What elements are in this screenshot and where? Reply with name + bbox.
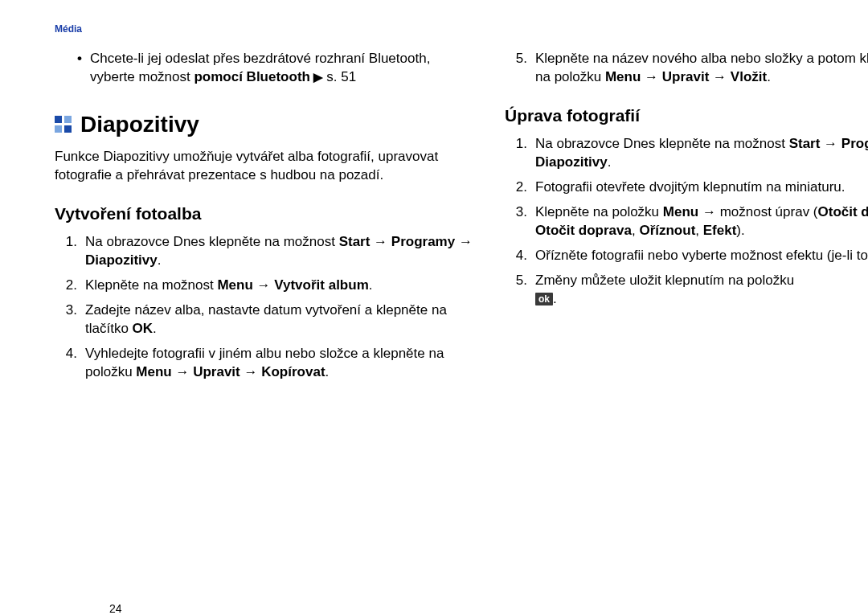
list-number: 3.: [61, 301, 85, 338]
content-columns: • Chcete-li jej odeslat přes bezdrátové …: [55, 50, 868, 387]
sub-heading-uprava: Úprava fotografií: [505, 105, 868, 127]
bullet-bold: pomocí Bluetooth: [194, 69, 309, 84]
bullet-dot: •: [77, 50, 90, 87]
section-description: Funkce Diapozitivy umožňuje vytvářet alb…: [55, 148, 473, 185]
page-number: 24: [109, 601, 122, 615]
svg-rect-1: [64, 116, 72, 123]
list-item: 4. Vyhledejte fotografii v jiném albu ne…: [61, 345, 473, 382]
list-body: Klepněte na název nového alba nebo složk…: [535, 50, 868, 87]
list-number: 3.: [511, 203, 535, 240]
svg-rect-2: [55, 125, 62, 133]
list-body: Ořízněte fotografii nebo vyberte možnost…: [535, 247, 868, 265]
svg-rect-3: [64, 125, 72, 133]
right-column: 5. Klepněte na název nového alba nebo sl…: [505, 50, 868, 387]
bullet-tail: s. 51: [326, 69, 356, 84]
list-item: 3. Zadejte název alba, nastavte datum vy…: [61, 301, 473, 338]
header-section-label: Média: [55, 23, 868, 35]
bluetooth-bullet: • Chcete-li jej odeslat přes bezdrátové …: [77, 50, 473, 87]
bullet-triangle: ▶: [310, 70, 326, 84]
list-item: 1. Na obrazovce Dnes klepněte na možnost…: [511, 135, 868, 172]
svg-rect-0: [55, 116, 62, 123]
list-body: Změny můžete uložit klepnutím na položku…: [535, 272, 868, 309]
list-number: 4.: [511, 247, 535, 265]
list-item: 5. Klepněte na název nového alba nebo sl…: [511, 50, 868, 87]
list-number: 2.: [61, 277, 85, 295]
list-body: Fotografii otevřete dvojitým klepnutím n…: [535, 178, 868, 197]
ok-icon: ok: [535, 293, 553, 305]
list-body: Vyhledejte fotografii v jiném albu nebo …: [85, 345, 473, 382]
list-number: 2.: [511, 178, 535, 197]
section-heading-diapozitivy: Diapozitivy: [55, 109, 473, 140]
heading-text: Diapozitivy: [80, 109, 199, 140]
list-number: 4.: [61, 345, 85, 382]
list-item: 2. Fotografii otevřete dvojitým klepnutí…: [511, 178, 868, 197]
list-body: Zadejte název alba, nastavte datum vytvo…: [85, 301, 473, 338]
list-item: 3. Klepněte na položku Menu → možnost úp…: [511, 203, 868, 240]
list-number: 1.: [61, 233, 85, 270]
bullet-text: Chcete-li jej odeslat přes bezdrátové ro…: [90, 50, 473, 87]
list-item: 5. Změny můžete uložit klepnutím na polo…: [511, 272, 868, 309]
grid-icon: [55, 116, 72, 133]
sub-heading-vytvoreni: Vytvoření fotoalba: [55, 203, 473, 225]
list-body: Klepněte na položku Menu → možnost úprav…: [535, 203, 868, 240]
list-body: Na obrazovce Dnes klepněte na možnost St…: [535, 135, 868, 172]
list-item: 2. Klepněte na možnost Menu → Vytvořit a…: [61, 277, 473, 295]
list-item: 4. Ořízněte fotografii nebo vyberte možn…: [511, 247, 868, 265]
list-number: 5.: [511, 272, 535, 309]
list-number: 1.: [511, 135, 535, 172]
list-item: 1. Na obrazovce Dnes klepněte na možnost…: [61, 233, 473, 270]
left-column: • Chcete-li jej odeslat přes bezdrátové …: [55, 50, 473, 387]
list-body: Klepněte na možnost Menu → Vytvořit albu…: [85, 277, 473, 295]
list-body: Na obrazovce Dnes klepněte na možnost St…: [85, 233, 473, 270]
list-number: 5.: [511, 50, 535, 87]
